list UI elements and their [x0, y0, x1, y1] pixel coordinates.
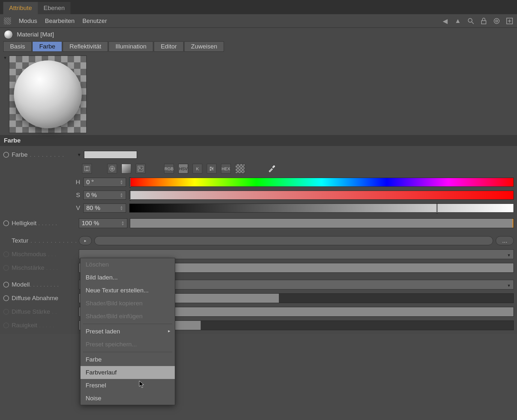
- label-farbe: Farbe: [12, 151, 76, 158]
- label-modell: Modell. . . . . . . . .: [12, 281, 76, 288]
- radio-mischstaerke: [3, 265, 9, 271]
- input-sat[interactable]: 0 %▲▼: [83, 191, 126, 200]
- submenu-icon: ▸: [168, 328, 170, 333]
- svg-rect-21: [212, 168, 213, 169]
- label-h: H: [74, 179, 80, 186]
- label-textur: Textur: [12, 237, 76, 244]
- search-icon[interactable]: [467, 17, 474, 25]
- rgb-mode[interactable]: RGB: [164, 164, 174, 173]
- material-header: Material [Mat]: [0, 28, 517, 41]
- svg-point-0: [468, 18, 472, 22]
- material-preview[interactable]: [9, 56, 87, 133]
- ctx-separator: [83, 324, 172, 324]
- mtab-editor[interactable]: Editor: [154, 41, 184, 52]
- new-attr-icon[interactable]: [506, 17, 513, 25]
- property-zone: Farbe ▼ RGB HSV K HEX H 0 °▲▼ S 0 %▲▼ V …: [0, 146, 517, 334]
- menu-bearbeiten[interactable]: Bearbeiten: [45, 17, 75, 25]
- nav-back-icon[interactable]: ◀: [441, 17, 448, 25]
- eyedropper-icon[interactable]: [267, 164, 277, 173]
- label-mischstaerke: Mischstärke . . . .: [12, 264, 76, 271]
- texture-context-menu: Löschen Bild laden... Neue Textur erstel…: [80, 258, 175, 405]
- label-mischmodus: Mischmodus . . .: [12, 251, 76, 258]
- label-diffstaerke: Diffuse Stärke . .: [12, 308, 76, 315]
- colorwheel-icon[interactable]: [107, 164, 117, 173]
- radio-rauigkeit: [3, 322, 9, 328]
- radio-diffabnahme[interactable]: [3, 295, 9, 301]
- spectrum-icon[interactable]: [82, 164, 92, 173]
- slider-helligkeit[interactable]: [130, 218, 514, 228]
- chevron-down-icon[interactable]: ▼: [77, 152, 81, 157]
- hex-mode[interactable]: HEX: [221, 164, 231, 173]
- ctx-farbe[interactable]: Farbe: [80, 353, 175, 366]
- ctx-loeschen: Löschen: [80, 258, 175, 271]
- label-v: V: [74, 205, 80, 212]
- svg-point-4: [496, 20, 498, 22]
- ctx-presetladen[interactable]: Preset laden▸: [80, 325, 175, 338]
- label-rauigkeit: Rauigkeit . . . . .: [12, 322, 76, 329]
- preview-sphere: [14, 60, 82, 128]
- grad-square-icon[interactable]: [121, 164, 131, 173]
- hsv-mode[interactable]: HSV: [178, 164, 188, 173]
- mtab-illum[interactable]: Illumination: [109, 41, 153, 52]
- grid-icon[interactable]: [4, 17, 11, 25]
- preview-zone: ▼: [0, 54, 517, 135]
- ctx-fresnel[interactable]: Fresnel: [80, 379, 175, 392]
- radio-modell[interactable]: [3, 282, 9, 288]
- menu-modus[interactable]: Modus: [19, 17, 37, 25]
- menu-benutzer[interactable]: Benutzer: [82, 17, 107, 25]
- material-tab-bar: Basis Farbe Reflektivität Illumination E…: [0, 41, 517, 54]
- k-mode[interactable]: K: [193, 164, 202, 173]
- input-helligkeit[interactable]: 100 %▲▼: [79, 218, 127, 228]
- slider-sat[interactable]: [129, 191, 514, 200]
- texture-menu-button[interactable]: ▸: [79, 236, 92, 245]
- nav-up-icon[interactable]: ▲: [454, 17, 461, 25]
- target-icon[interactable]: [493, 17, 500, 25]
- swatches-icon[interactable]: [235, 164, 245, 173]
- ctx-shadereinfuegen: Shader/Bild einfügen: [80, 310, 175, 323]
- radio-diffstaerke: [3, 309, 9, 315]
- svg-rect-22: [210, 169, 211, 171]
- lock-icon[interactable]: [480, 17, 487, 25]
- mixer-icon[interactable]: [207, 164, 216, 173]
- section-header-farbe: Farbe: [0, 135, 517, 146]
- material-title: Material [Mat]: [17, 31, 54, 38]
- color-mode-icons: RGB HSV K HEX: [82, 162, 514, 176]
- ctx-presetspeichern: Preset speichern...: [80, 338, 175, 351]
- slider-hue[interactable]: [129, 178, 514, 187]
- label-diffabnahme: Diffuse Abnahme: [12, 295, 76, 302]
- mtab-basis[interactable]: Basis: [3, 41, 32, 52]
- mtab-reflekt[interactable]: Reflektivität: [63, 41, 108, 52]
- picture-icon[interactable]: [136, 164, 145, 173]
- mtab-farbe[interactable]: Farbe: [32, 41, 62, 52]
- input-hue[interactable]: 0 °▲▼: [83, 178, 126, 187]
- label-s: S: [74, 192, 80, 199]
- material-thumb-icon: [4, 30, 13, 39]
- slider-val[interactable]: [129, 204, 514, 213]
- ctx-noise[interactable]: Noise: [80, 392, 175, 405]
- cursor-icon: [139, 381, 145, 388]
- ctx-separator: [83, 352, 172, 352]
- texture-browse-button[interactable]: ...: [496, 236, 514, 245]
- texture-field[interactable]: [94, 236, 493, 245]
- tab-attribute[interactable]: Attribute: [3, 2, 38, 14]
- collapse-icon[interactable]: ▼: [3, 56, 8, 133]
- svg-rect-20: [210, 167, 211, 168]
- radio-farbe[interactable]: [3, 152, 9, 158]
- tab-layers[interactable]: Ebenen: [38, 2, 71, 14]
- svg-point-3: [494, 18, 499, 24]
- ctx-farbverlauf[interactable]: Farbverlauf: [80, 366, 175, 379]
- panel-tab-bar: Attribute Ebenen: [0, 0, 517, 14]
- color-swatch[interactable]: [84, 151, 137, 159]
- radio-mischmodus: [3, 251, 9, 257]
- svg-rect-2: [481, 21, 486, 24]
- radio-helligkeit[interactable]: [3, 220, 9, 226]
- svg-point-23: [273, 165, 275, 167]
- ctx-neuetextur[interactable]: Neue Textur erstellen...: [80, 284, 175, 297]
- svg-line-1: [472, 22, 474, 24]
- svg-point-16: [139, 167, 140, 168]
- ctx-shaderkopieren: Shader/Bild kopieren: [80, 297, 175, 310]
- menubar: Modus Bearbeiten Benutzer ◀ ▲: [0, 14, 517, 28]
- input-val[interactable]: 80 %▲▼: [83, 204, 126, 213]
- mtab-zuweisen[interactable]: Zuweisen: [184, 41, 224, 52]
- ctx-bildladen[interactable]: Bild laden...: [80, 271, 175, 284]
